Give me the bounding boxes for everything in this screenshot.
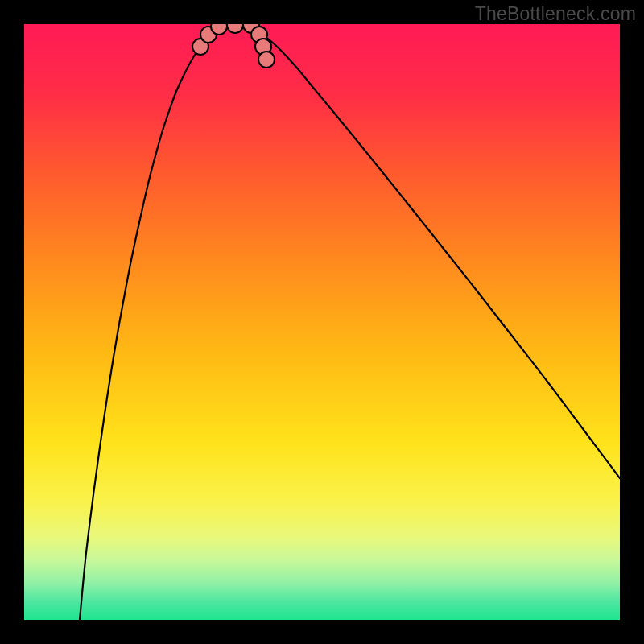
marker-point	[258, 52, 275, 68]
marker-point	[211, 24, 227, 35]
outer-frame: TheBottleneck.com	[0, 0, 644, 644]
chart-svg	[24, 24, 620, 620]
watermark-text: TheBottleneck.com	[475, 3, 636, 25]
plot-area	[24, 24, 620, 620]
marker-point	[227, 24, 243, 33]
gradient-background	[24, 24, 620, 620]
